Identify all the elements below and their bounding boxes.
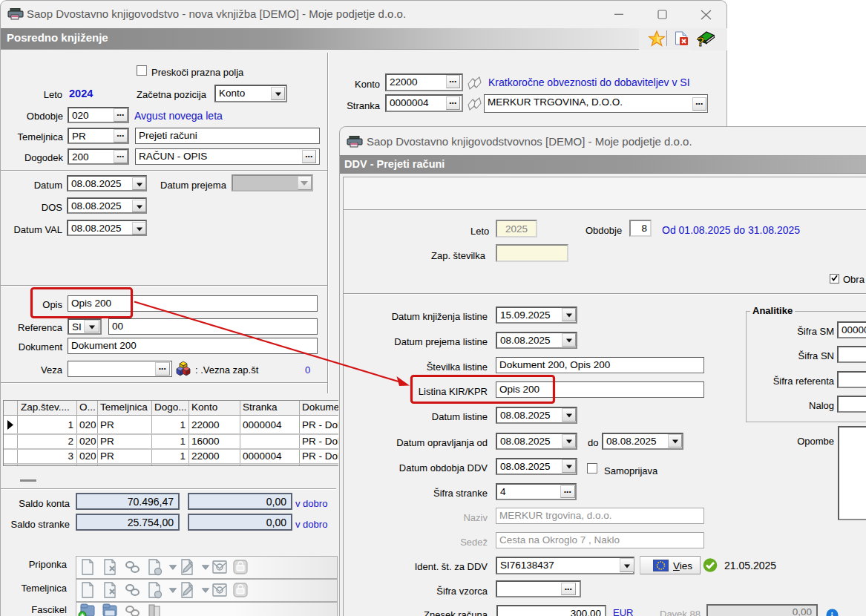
svg-text:?: ?: [697, 35, 704, 47]
